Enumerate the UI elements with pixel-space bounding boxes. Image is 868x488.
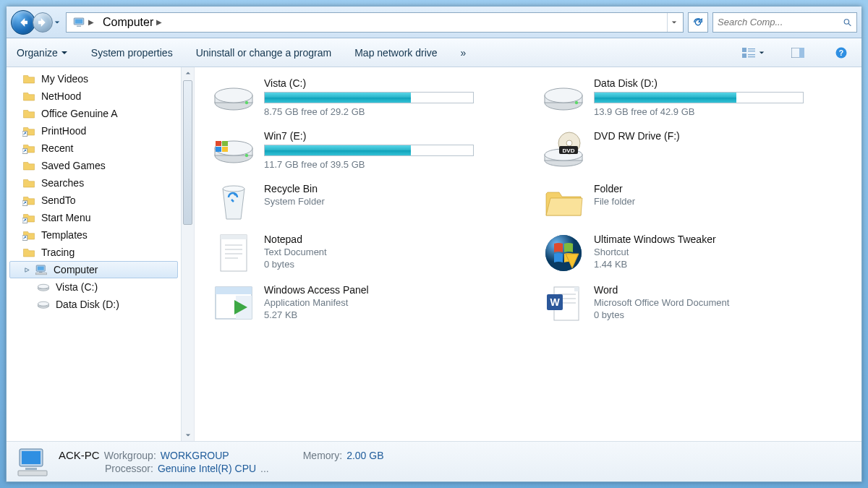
sidebar-item-drive[interactable]: Vista (C:) [7,278,181,296]
uninstall-label: Uninstall or change a program [196,47,332,59]
scroll-down-button[interactable] [182,429,194,441]
svg-rect-12 [799,48,804,58]
address-bar-row: ▶ Computer ▶ [7,7,861,38]
details-workgroup-label: Workgroup: [104,450,156,461]
sidebar-item[interactable]: Tracing [7,244,181,261]
sidebar-scrollbar[interactable] [181,67,194,441]
drive-name: Data Disk (D:) [594,77,851,89]
drive-vista-c[interactable]: Vista (C:) 8.75 GB free of 29.2 GB [209,72,524,124]
sidebar-item-label: SendTo [41,194,75,206]
svg-point-3 [844,19,849,24]
item-sub: Microsoft Office Word Document [594,297,851,309]
system-properties-button[interactable]: System properties [91,47,173,59]
word-document-icon: W [542,284,585,323]
item-sub: Shortcut [594,247,851,259]
hard-drive-windows-icon [212,130,255,169]
item-sub: Application Manifest [264,297,522,309]
svg-rect-45 [222,147,228,152]
preview-pane-button[interactable] [788,45,808,61]
address-dropdown[interactable] [667,13,680,32]
drive-win7-e[interactable]: Win7 (E:) 11.7 GB free of 39.5 GB [209,124,524,177]
details-memory-value: 2.00 GB [346,450,383,461]
chevron-down-icon [759,50,765,56]
expand-icon[interactable] [23,266,30,273]
computer-icon [72,16,85,29]
search-input[interactable] [718,17,840,27]
breadcrumb-label: Computer [103,16,153,29]
search-icon [843,17,852,27]
sidebar-item-drive[interactable]: Data Disk (D:) [7,296,181,313]
svg-rect-55 [221,235,247,239]
item-word[interactable]: W Word Microsoft Office Word Document 0 … [539,278,854,329]
item-name: Ultimate Windows Tweaker [594,234,851,245]
forward-button[interactable] [33,12,53,33]
folder-icon [542,183,585,222]
scroll-up-button[interactable] [182,67,194,79]
item-recycle-bin[interactable]: Recycle Bin System Folder [209,177,524,228]
item-size: 5.27 KB [264,309,522,322]
item-size: 0 bytes [594,309,851,322]
view-options-button[interactable] [739,45,759,61]
item-size: 1.44 KB [594,259,851,271]
sidebar-item[interactable]: Templates [7,226,181,244]
item-name: Windows Access Panel [264,284,522,296]
sidebar-item-computer[interactable]: Computer [9,261,178,278]
computer-large-icon [17,446,48,478]
sidebar-item[interactable]: Office Genuine A [7,105,181,122]
refresh-button[interactable] [688,12,708,33]
scroll-thumb[interactable] [183,80,192,225]
map-network-label: Map network drive [354,47,437,59]
svg-rect-6 [748,48,755,49]
sidebar-item[interactable]: My Videos [7,70,181,87]
sidebar-item-label: NetHood [41,90,81,102]
help-button[interactable]: ? [831,45,851,61]
nav-history-dropdown[interactable] [53,12,61,33]
svg-rect-5 [742,48,746,52]
svg-rect-7 [748,51,755,51]
sidebar-item[interactable]: SendTo [7,192,181,209]
map-network-button[interactable]: Map network drive [354,47,437,59]
navigation-pane: My VideosNetHoodOffice Genuine APrintHoo… [7,67,195,441]
uninstall-button[interactable]: Uninstall or change a program [196,47,332,59]
item-ultimate-windows-tweaker[interactable]: Ultimate Windows Tweaker Shortcut 1.44 K… [539,228,854,278]
drive-dvd-f[interactable]: DVD DVD RW Drive (F:) [539,124,854,177]
item-windows-access-panel[interactable]: Windows Access Panel Application Manifes… [209,278,524,329]
sidebar-item[interactable]: Saved Games [7,157,181,174]
drive-data-disk-d[interactable]: Data Disk (D:) 13.9 GB free of 42.9 GB [539,72,854,124]
item-folder[interactable]: Folder File folder [539,177,854,228]
drive-name: Vista (C:) [264,77,522,89]
item-notepad[interactable]: Notepad Text Document 0 bytes [209,228,524,278]
svg-point-37 [575,101,578,104]
svg-rect-73 [25,468,37,470]
sidebar-item[interactable]: PrintHood [7,122,181,140]
toolbar-overflow[interactable]: » [461,47,467,59]
svg-rect-1 [77,25,81,27]
details-processor-value: Genuine Intel(R) CPU [158,463,256,474]
svg-point-53 [223,186,244,192]
refresh-icon [692,17,704,28]
sidebar-item[interactable]: NetHood [7,87,181,105]
organize-menu[interactable]: Organize [17,47,68,59]
svg-rect-54 [221,235,247,271]
breadcrumb-root[interactable]: ▶ [69,13,97,32]
view-menu[interactable] [739,45,765,61]
back-button[interactable] [11,10,35,35]
item-name: Notepad [264,234,522,245]
hard-drive-icon [212,77,255,116]
explorer-window: ▶ Computer ▶ Organize System properties [6,6,862,482]
sidebar-item[interactable]: Start Menu [7,209,181,226]
svg-text:DVD: DVD [563,147,575,154]
sidebar-item[interactable]: Searches [7,174,181,192]
breadcrumb-computer[interactable]: Computer ▶ [100,13,165,32]
details-pane: ACK-PC Workgroup: WORKGROUP Memory: 2.00… [7,441,861,481]
details-workgroup-value: WORKGROUP [161,450,229,461]
system-properties-label: System properties [91,47,173,59]
svg-point-32 [215,88,252,103]
search-box[interactable] [712,12,857,33]
svg-rect-9 [748,54,755,55]
svg-point-61 [545,235,582,271]
address-bar[interactable]: ▶ Computer ▶ [66,12,684,33]
svg-rect-72 [22,451,41,464]
capacity-bar [594,92,804,103]
sidebar-item[interactable]: Recent [7,140,181,157]
